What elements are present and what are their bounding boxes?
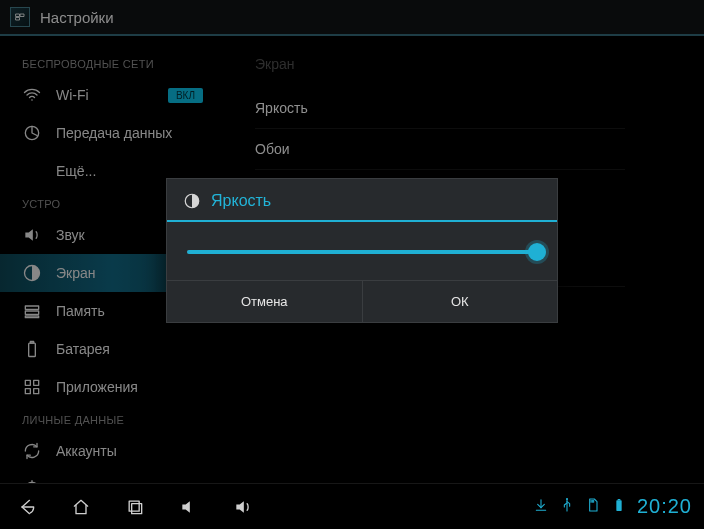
dialog-body (167, 222, 557, 280)
recents-button[interactable] (108, 484, 162, 529)
volume-up-button[interactable] (216, 484, 270, 529)
cancel-button[interactable]: Отмена (167, 281, 362, 322)
brightness-icon (183, 192, 201, 210)
ok-button[interactable]: ОК (362, 281, 558, 322)
svg-rect-19 (129, 501, 139, 511)
system-navbar: 20:20 (0, 483, 704, 529)
download-icon (533, 497, 549, 517)
svg-rect-20 (132, 503, 142, 513)
volume-down-button[interactable] (162, 484, 216, 529)
svg-rect-22 (616, 500, 621, 511)
back-button[interactable] (0, 484, 54, 529)
dialog-title: Яркость (211, 192, 271, 210)
slider-fill (187, 250, 537, 254)
screen: Настройки БЕСПРОВОДНЫЕ СЕТИ Wi-Fi ВКЛ Пе… (0, 0, 704, 529)
battery-status-icon (611, 497, 627, 517)
slider-thumb[interactable] (528, 243, 546, 261)
svg-point-21 (566, 498, 568, 500)
svg-rect-23 (618, 499, 621, 500)
home-button[interactable] (54, 484, 108, 529)
dialog-header: Яркость (167, 179, 557, 222)
brightness-dialog: Яркость Отмена ОК (166, 178, 558, 323)
usb-icon (559, 497, 575, 517)
dialog-overlay[interactable]: Яркость Отмена ОК (0, 0, 704, 529)
brightness-slider[interactable] (187, 250, 537, 254)
status-tray[interactable]: 20:20 (533, 495, 704, 518)
clock: 20:20 (637, 495, 692, 518)
sdcard-icon (585, 497, 601, 517)
dialog-buttons: Отмена ОК (167, 280, 557, 322)
